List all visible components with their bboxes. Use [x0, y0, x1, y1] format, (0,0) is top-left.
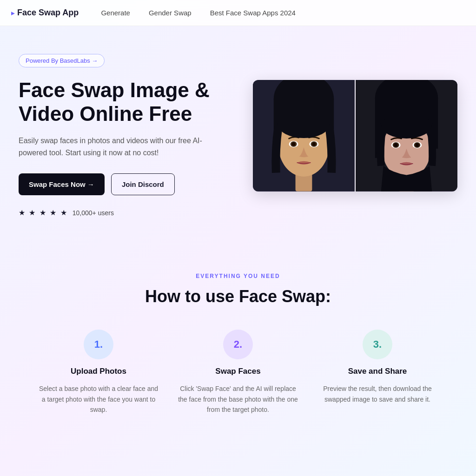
step-2-card: 2. Swap Faces Click 'Swap Face' and the …: [178, 330, 298, 415]
svg-point-29: [382, 112, 432, 139]
step-3-circle: 3.: [363, 330, 392, 359]
nav-link-best-apps[interactable]: Best Face Swap Apps 2024: [210, 9, 296, 17]
hero-section: Powered By BasedLabs → Face Swap Image &…: [0, 26, 476, 245]
nav-link-generate[interactable]: Generate: [101, 9, 130, 17]
logo-text: Face Swap App: [17, 8, 79, 18]
user-count: 10,000+ users: [73, 209, 114, 217]
face-image-right: [356, 80, 457, 192]
step-3-card: 3. Save and Share Preview the result, th…: [317, 330, 438, 415]
step-3-title: Save and Share: [348, 367, 407, 376]
svg-point-14: [278, 110, 330, 138]
powered-badge[interactable]: Powered By BasedLabs →: [19, 54, 105, 67]
face-swap-preview: [253, 80, 457, 192]
step-1-card: 1. Upload Photos Select a base photo wit…: [38, 330, 159, 415]
step-2-number: 2.: [234, 338, 242, 350]
svg-point-10: [292, 142, 296, 146]
hero-buttons: Swap Faces Now → Join Discord: [19, 173, 234, 195]
step-1-circle: 1.: [84, 330, 113, 359]
navbar: ▸ Face Swap App Generate Gender Swap Bes…: [0, 0, 476, 26]
step-3-desc: Preview the result, then download the sw…: [317, 383, 438, 404]
step-2-title: Swap Faces: [215, 367, 260, 376]
svg-point-28: [415, 143, 419, 147]
nav-link-gender-swap[interactable]: Gender Swap: [149, 9, 192, 17]
svg-point-13: [312, 142, 316, 146]
svg-point-25: [394, 143, 398, 147]
social-proof: ★ ★ ★ ★ ★ 10,000+ users: [19, 208, 234, 217]
step-3-number: 3.: [373, 338, 382, 350]
nav-logo[interactable]: ▸ Face Swap App: [11, 8, 79, 18]
face-image-left: [253, 80, 355, 192]
section-eyebrow: EVERYTHING YOU NEED: [19, 273, 457, 279]
hero-image: [253, 80, 457, 192]
swap-faces-button[interactable]: Swap Faces Now →: [19, 173, 105, 195]
hero-title: Face Swap Image & Video Online Free: [19, 79, 234, 126]
step-2-desc: Click 'Swap Face' and the AI will replac…: [178, 383, 298, 415]
join-discord-button[interactable]: Join Discord: [111, 173, 175, 195]
star-rating: ★ ★ ★ ★ ★: [19, 208, 68, 217]
step-1-desc: Select a base photo with a clear face an…: [38, 383, 159, 415]
nav-links: Generate Gender Swap Best Face Swap Apps…: [101, 9, 296, 17]
step-1-title: Upload Photos: [71, 367, 126, 376]
steps-section: EVERYTHING YOU NEED How to use Face Swap…: [0, 245, 476, 443]
step-1-number: 1.: [94, 338, 103, 350]
hero-content: Powered By BasedLabs → Face Swap Image &…: [19, 54, 234, 217]
steps-grid: 1. Upload Photos Select a base photo wit…: [19, 330, 457, 415]
section-title: How to use Face Swap:: [19, 287, 457, 306]
hero-subtitle: Easily swap faces in photos and videos w…: [19, 135, 214, 159]
step-2-circle: 2.: [223, 330, 253, 359]
logo-icon: ▸: [11, 9, 14, 17]
